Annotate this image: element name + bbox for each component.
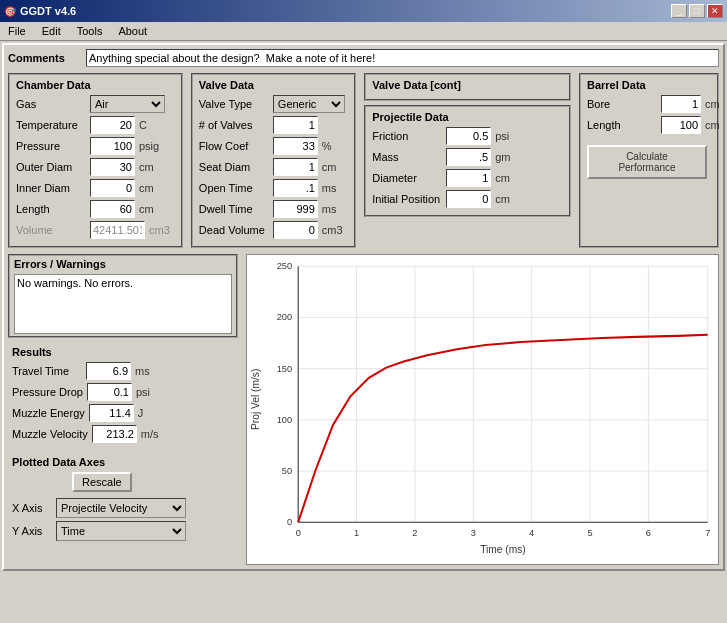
- flow-coef-input[interactable]: [273, 137, 318, 155]
- app-title: GGDT v4.6: [20, 5, 76, 17]
- svg-text:3: 3: [471, 528, 476, 538]
- svg-text:4: 4: [529, 528, 534, 538]
- outer-diam-label: Outer Diam: [16, 161, 86, 173]
- close-button[interactable]: ✕: [707, 4, 723, 18]
- svg-text:150: 150: [277, 364, 292, 374]
- temperature-input[interactable]: [90, 116, 135, 134]
- open-time-input[interactable]: [273, 179, 318, 197]
- svg-rect-0: [247, 256, 718, 563]
- temperature-label: Temperature: [16, 119, 86, 131]
- chamber-data-title: Chamber Data: [16, 79, 175, 91]
- outer-diam-input[interactable]: [90, 158, 135, 176]
- barrel-length-input[interactable]: [661, 116, 701, 134]
- travel-time-value: [86, 362, 131, 380]
- bore-label: Bore: [587, 98, 657, 110]
- length-label: Length: [16, 203, 86, 215]
- inner-diam-label: Inner Diam: [16, 182, 86, 194]
- gas-select[interactable]: AirCO2Nitrogen: [90, 95, 165, 113]
- bore-input[interactable]: [661, 95, 701, 113]
- x-axis-label: X Axis: [12, 502, 52, 514]
- svg-text:Time (ms): Time (ms): [480, 544, 526, 555]
- barrel-data-title: Barrel Data: [587, 79, 711, 91]
- pressure-drop-value: [87, 383, 132, 401]
- open-time-label: Open Time: [199, 182, 269, 194]
- friction-input[interactable]: [446, 127, 491, 145]
- dead-volume-input[interactable]: [273, 221, 318, 239]
- performance-chart: 0 50 100 150 200 250 0 1 2 3 4 5 6 7 Tim…: [247, 255, 718, 564]
- calculate-performance-button[interactable]: Calculate Performance: [587, 145, 707, 179]
- svg-text:5: 5: [587, 528, 592, 538]
- svg-text:250: 250: [277, 261, 292, 271]
- results-panel: Results Travel Time ms Pressure Drop psi…: [8, 344, 238, 448]
- chamber-data-panel: Chamber Data Gas AirCO2Nitrogen Temperat…: [8, 73, 183, 248]
- dwell-time-label: Dwell Time: [199, 203, 269, 215]
- errors-message: No warnings. No errors.: [17, 277, 133, 289]
- plotted-axes-title: Plotted Data Axes: [12, 456, 234, 468]
- muzzle-velocity-value: [92, 425, 137, 443]
- mass-input[interactable]: [446, 148, 491, 166]
- travel-time-label: Travel Time: [12, 365, 82, 377]
- svg-text:6: 6: [646, 528, 651, 538]
- comments-row: Comments: [8, 49, 719, 67]
- rescale-button[interactable]: Rescale: [72, 472, 132, 492]
- comments-input[interactable]: [86, 49, 719, 67]
- plotted-axes-section: Plotted Data Axes Rescale X Axis Project…: [8, 448, 238, 546]
- flow-coef-label: Flow Coef: [199, 140, 269, 152]
- diameter-label: Diameter: [372, 172, 442, 184]
- gas-label: Gas: [16, 98, 86, 110]
- svg-text:0: 0: [296, 528, 301, 538]
- errors-title: Errors / Warnings: [10, 256, 236, 272]
- menu-file[interactable]: File: [4, 24, 30, 38]
- data-section: Chamber Data Gas AirCO2Nitrogen Temperat…: [8, 73, 719, 248]
- valve-type-label: Valve Type: [199, 98, 269, 110]
- pressure-label: Pressure: [16, 140, 86, 152]
- errors-warnings-panel: Errors / Warnings No warnings. No errors…: [8, 254, 238, 338]
- svg-text:100: 100: [277, 415, 292, 425]
- minimize-button[interactable]: _: [671, 4, 687, 18]
- mass-label: Mass: [372, 151, 442, 163]
- valve-data-panel: Valve Data Valve Type GenericPoppetSpool…: [191, 73, 356, 248]
- projectile-data-panel: Projectile Data Friction psi Mass gm Dia…: [364, 105, 571, 217]
- chart-area: 0 50 100 150 200 250 0 1 2 3 4 5 6 7 Tim…: [246, 254, 719, 565]
- svg-text:0: 0: [287, 517, 292, 527]
- muzzle-energy-label: Muzzle Energy: [12, 407, 85, 419]
- barrel-length-label: Length: [587, 119, 657, 131]
- initial-position-label: Initial Position: [372, 193, 442, 205]
- pressure-input[interactable]: [90, 137, 135, 155]
- errors-box: No warnings. No errors.: [14, 274, 232, 334]
- dead-volume-label: Dead Volume: [199, 224, 269, 236]
- comments-label: Comments: [8, 52, 78, 64]
- num-valves-label: # of Valves: [199, 119, 269, 131]
- num-valves-input[interactable]: [273, 116, 318, 134]
- maximize-button[interactable]: □: [689, 4, 705, 18]
- app-icon: 🎯: [4, 6, 16, 17]
- length-input[interactable]: [90, 200, 135, 218]
- muzzle-velocity-label: Muzzle Velocity: [12, 428, 88, 440]
- diameter-input[interactable]: [446, 169, 491, 187]
- title-bar: 🎯 GGDT v4.6 _ □ ✕: [0, 0, 727, 22]
- valve-data-cont-panel: Valve Data [cont]: [364, 73, 571, 101]
- y-axis-label: Y Axis: [12, 525, 52, 537]
- pressure-drop-label: Pressure Drop: [12, 386, 83, 398]
- muzzle-energy-value: [89, 404, 134, 422]
- svg-text:2: 2: [412, 528, 417, 538]
- barrel-data-panel: Barrel Data Bore cm Length cm Calculate …: [579, 73, 719, 248]
- y-axis-select[interactable]: Time Projectile Velocity Pressure Positi…: [56, 521, 186, 541]
- dwell-time-input[interactable]: [273, 200, 318, 218]
- svg-text:7: 7: [705, 528, 710, 538]
- seat-diam-input[interactable]: [273, 158, 318, 176]
- x-axis-select[interactable]: Projectile Velocity Time Pressure Positi…: [56, 498, 186, 518]
- valve-type-select[interactable]: GenericPoppetSpool: [273, 95, 345, 113]
- svg-text:200: 200: [277, 313, 292, 323]
- menu-bar: File Edit Tools About: [0, 22, 727, 41]
- valve-data-title: Valve Data: [199, 79, 348, 91]
- friction-label: Friction: [372, 130, 442, 142]
- inner-diam-input[interactable]: [90, 179, 135, 197]
- menu-about[interactable]: About: [114, 24, 151, 38]
- svg-text:Proj Vel (m/s): Proj Vel (m/s): [250, 369, 261, 430]
- volume-input: [90, 221, 145, 239]
- initial-position-input[interactable]: [446, 190, 491, 208]
- main-window: Comments Chamber Data Gas AirCO2Nitrogen…: [2, 43, 725, 571]
- menu-tools[interactable]: Tools: [73, 24, 107, 38]
- menu-edit[interactable]: Edit: [38, 24, 65, 38]
